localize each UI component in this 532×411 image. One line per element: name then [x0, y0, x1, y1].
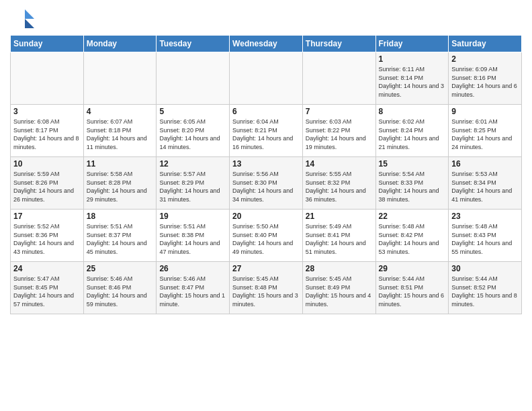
day-number: 12 — [159, 159, 226, 169]
calendar-cell: 20Sunrise: 5:50 AM Sunset: 8:40 PM Dayli… — [230, 210, 303, 262]
day-number: 1 — [379, 54, 446, 64]
calendar-cell: 5Sunrise: 6:05 AM Sunset: 8:20 PM Daylig… — [157, 105, 230, 157]
calendar-cell: 27Sunrise: 5:45 AM Sunset: 8:48 PM Dayli… — [230, 262, 303, 314]
day-info: Sunrise: 5:50 AM Sunset: 8:40 PM Dayligh… — [232, 222, 300, 256]
calendar-cell: 1Sunrise: 6:11 AM Sunset: 8:14 PM Daylig… — [375, 52, 449, 105]
calendar-cell: 10Sunrise: 5:59 AM Sunset: 8:26 PM Dayli… — [11, 157, 84, 210]
day-info: Sunrise: 6:02 AM Sunset: 8:24 PM Dayligh… — [379, 118, 446, 151]
calendar-cell — [83, 52, 157, 105]
calendar-cell: 3Sunrise: 6:08 AM Sunset: 8:17 PM Daylig… — [11, 105, 84, 157]
day-number: 9 — [451, 107, 519, 116]
calendar-cell: 24Sunrise: 5:47 AM Sunset: 8:45 PM Dayli… — [11, 262, 84, 314]
calendar-cell: 16Sunrise: 5:53 AM Sunset: 8:34 PM Dayli… — [449, 157, 522, 210]
day-number: 7 — [306, 107, 373, 116]
day-number: 5 — [159, 107, 226, 116]
calendar-cell: 12Sunrise: 5:57 AM Sunset: 8:29 PM Dayli… — [157, 157, 230, 210]
day-info: Sunrise: 5:46 AM Sunset: 8:47 PM Dayligh… — [159, 275, 226, 308]
calendar-cell: 18Sunrise: 5:51 AM Sunset: 8:37 PM Dayli… — [83, 210, 157, 262]
calendar-week-1: 1Sunrise: 6:11 AM Sunset: 8:14 PM Daylig… — [11, 52, 522, 105]
day-info: Sunrise: 6:08 AM Sunset: 8:17 PM Dayligh… — [13, 118, 81, 151]
day-number: 29 — [379, 264, 446, 273]
day-number: 6 — [232, 107, 300, 116]
day-number: 23 — [451, 212, 519, 221]
calendar-cell: 6Sunrise: 6:04 AM Sunset: 8:21 PM Daylig… — [230, 105, 303, 157]
calendar-cell: 19Sunrise: 5:51 AM Sunset: 8:38 PM Dayli… — [157, 210, 230, 262]
calendar-cell: 9Sunrise: 6:01 AM Sunset: 8:25 PM Daylig… — [449, 105, 522, 157]
calendar-week-3: 10Sunrise: 5:59 AM Sunset: 8:26 PM Dayli… — [11, 157, 522, 210]
day-number: 26 — [159, 264, 226, 273]
day-number: 24 — [13, 264, 81, 273]
day-info: Sunrise: 5:44 AM Sunset: 8:52 PM Dayligh… — [451, 275, 519, 308]
day-number: 28 — [306, 264, 373, 273]
calendar-cell: 28Sunrise: 5:45 AM Sunset: 8:49 PM Dayli… — [302, 262, 375, 314]
calendar-cell: 4Sunrise: 6:07 AM Sunset: 8:18 PM Daylig… — [83, 105, 157, 157]
calendar-week-2: 3Sunrise: 6:08 AM Sunset: 8:17 PM Daylig… — [11, 105, 522, 157]
calendar-cell: 17Sunrise: 5:52 AM Sunset: 8:36 PM Dayli… — [11, 210, 84, 262]
calendar-cell: 30Sunrise: 5:44 AM Sunset: 8:52 PM Dayli… — [449, 262, 522, 314]
day-info: Sunrise: 5:49 AM Sunset: 8:41 PM Dayligh… — [306, 222, 373, 256]
svg-marker-1 — [25, 19, 34, 28]
weekday-row: SundayMondayTuesdayWednesdayThursdayFrid… — [11, 36, 522, 52]
day-number: 17 — [13, 212, 81, 221]
day-info: Sunrise: 5:45 AM Sunset: 8:48 PM Dayligh… — [232, 275, 300, 308]
day-number: 13 — [232, 159, 300, 169]
day-number: 22 — [379, 212, 446, 221]
logo — [10, 7, 36, 31]
day-number: 18 — [87, 212, 154, 221]
calendar-cell: 11Sunrise: 5:58 AM Sunset: 8:28 PM Dayli… — [83, 157, 157, 210]
day-info: Sunrise: 5:47 AM Sunset: 8:45 PM Dayligh… — [13, 275, 81, 308]
day-number: 4 — [87, 107, 154, 116]
day-number: 30 — [451, 264, 519, 273]
calendar-cell: 26Sunrise: 5:46 AM Sunset: 8:47 PM Dayli… — [157, 262, 230, 314]
weekday-header-thursday: Thursday — [302, 36, 375, 52]
day-info: Sunrise: 6:07 AM Sunset: 8:18 PM Dayligh… — [87, 118, 154, 151]
calendar-cell — [230, 52, 303, 105]
calendar-cell: 2Sunrise: 6:09 AM Sunset: 8:16 PM Daylig… — [449, 52, 522, 105]
calendar-cell: 25Sunrise: 5:46 AM Sunset: 8:46 PM Dayli… — [83, 262, 157, 314]
weekday-header-tuesday: Tuesday — [157, 36, 230, 52]
day-info: Sunrise: 5:54 AM Sunset: 8:33 PM Dayligh… — [379, 170, 446, 203]
day-info: Sunrise: 6:09 AM Sunset: 8:16 PM Dayligh… — [451, 65, 519, 99]
day-number: 19 — [159, 212, 226, 221]
weekday-header-saturday: Saturday — [449, 36, 522, 52]
calendar-cell: 23Sunrise: 5:48 AM Sunset: 8:43 PM Dayli… — [449, 210, 522, 262]
day-info: Sunrise: 5:56 AM Sunset: 8:30 PM Dayligh… — [232, 170, 300, 203]
day-number: 21 — [306, 212, 373, 221]
day-info: Sunrise: 5:52 AM Sunset: 8:36 PM Dayligh… — [13, 222, 81, 256]
day-number: 27 — [232, 264, 300, 273]
calendar-cell — [157, 52, 230, 105]
day-number: 8 — [379, 107, 446, 116]
day-info: Sunrise: 6:03 AM Sunset: 8:22 PM Dayligh… — [306, 118, 373, 151]
calendar-cell: 29Sunrise: 5:44 AM Sunset: 8:51 PM Dayli… — [375, 262, 449, 314]
day-info: Sunrise: 6:05 AM Sunset: 8:20 PM Dayligh… — [159, 118, 226, 151]
calendar-table: SundayMondayTuesdayWednesdayThursdayFrid… — [10, 35, 522, 314]
weekday-header-monday: Monday — [83, 36, 157, 52]
calendar-cell: 14Sunrise: 5:55 AM Sunset: 8:32 PM Dayli… — [302, 157, 375, 210]
day-info: Sunrise: 5:57 AM Sunset: 8:29 PM Dayligh… — [159, 170, 226, 203]
day-info: Sunrise: 5:45 AM Sunset: 8:49 PM Dayligh… — [306, 275, 373, 308]
day-info: Sunrise: 5:51 AM Sunset: 8:38 PM Dayligh… — [159, 222, 226, 256]
weekday-header-sunday: Sunday — [11, 36, 84, 52]
header — [10, 7, 522, 31]
day-number: 16 — [451, 159, 519, 169]
svg-marker-0 — [25, 9, 34, 19]
day-info: Sunrise: 5:51 AM Sunset: 8:37 PM Dayligh… — [87, 222, 154, 256]
day-info: Sunrise: 5:48 AM Sunset: 8:42 PM Dayligh… — [379, 222, 446, 256]
day-info: Sunrise: 6:04 AM Sunset: 8:21 PM Dayligh… — [232, 118, 300, 151]
day-info: Sunrise: 5:44 AM Sunset: 8:51 PM Dayligh… — [379, 275, 446, 308]
day-info: Sunrise: 5:53 AM Sunset: 8:34 PM Dayligh… — [451, 170, 519, 203]
weekday-header-friday: Friday — [375, 36, 449, 52]
calendar-cell: 21Sunrise: 5:49 AM Sunset: 8:41 PM Dayli… — [302, 210, 375, 262]
day-info: Sunrise: 6:01 AM Sunset: 8:25 PM Dayligh… — [451, 118, 519, 151]
calendar-cell — [11, 52, 84, 105]
calendar-header: SundayMondayTuesdayWednesdayThursdayFrid… — [11, 36, 522, 52]
weekday-header-wednesday: Wednesday — [230, 36, 303, 52]
calendar-cell: 8Sunrise: 6:02 AM Sunset: 8:24 PM Daylig… — [375, 105, 449, 157]
day-number: 3 — [13, 107, 81, 116]
day-info: Sunrise: 5:58 AM Sunset: 8:28 PM Dayligh… — [87, 170, 154, 203]
calendar-cell: 15Sunrise: 5:54 AM Sunset: 8:33 PM Dayli… — [375, 157, 449, 210]
day-info: Sunrise: 5:55 AM Sunset: 8:32 PM Dayligh… — [306, 170, 373, 203]
calendar-cell — [302, 52, 375, 105]
page-container: SundayMondayTuesdayWednesdayThursdayFrid… — [0, 0, 532, 318]
calendar-cell: 22Sunrise: 5:48 AM Sunset: 8:42 PM Dayli… — [375, 210, 449, 262]
